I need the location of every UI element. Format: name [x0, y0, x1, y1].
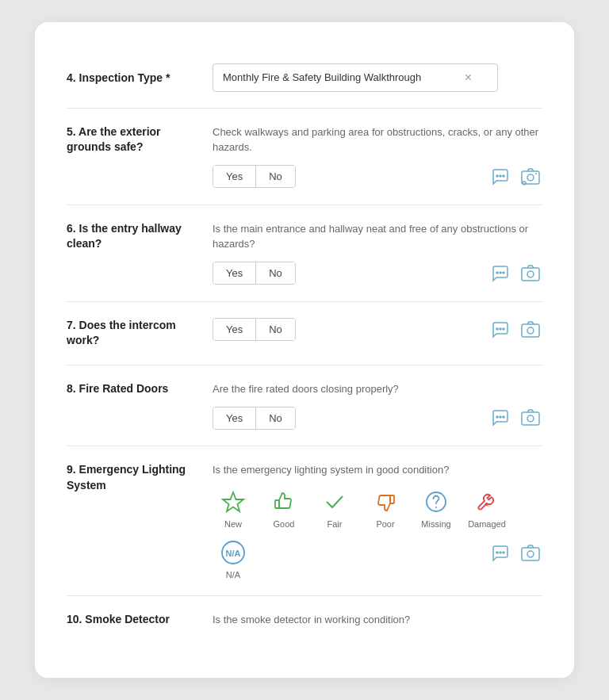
q8-label: 8. Fire Rated Doors — [67, 381, 193, 397]
damaged-wrench-icon — [473, 488, 501, 516]
rating-poor[interactable]: Poor — [365, 488, 406, 529]
svg-rect-23 — [275, 500, 279, 508]
na-label: N/A — [226, 570, 240, 580]
svg-point-16 — [527, 327, 534, 334]
svg-point-30 — [500, 552, 501, 553]
q5-photo-icon[interactable] — [519, 165, 542, 189]
q10-layout: 10. Smoke Detector Is the smoke detector… — [67, 612, 542, 637]
question-8-row: 8. Fire Rated Doors Are the fire rated d… — [67, 365, 542, 447]
missing-label: Missing — [421, 519, 450, 529]
svg-point-14 — [503, 328, 504, 330]
q10-description: Is the smoke detector in working conditi… — [213, 612, 542, 628]
q6-description: Is the main entrance and hallway neat an… — [213, 221, 542, 252]
svg-point-26 — [435, 507, 437, 508]
q8-yes-no: Yes No — [213, 407, 296, 430]
q8-photo-icon[interactable] — [519, 406, 542, 430]
form-card: 4. Inspection Type * Monthly Fire & Safe… — [35, 22, 574, 679]
question-5-row: 5. Are the exterior grounds safe? Check … — [67, 109, 542, 205]
question-10-row: 10. Smoke Detector Is the smoke detector… — [67, 596, 542, 653]
q9-layout: 9. Emergency Lighting System Is the emer… — [67, 462, 542, 580]
q7-answer-row: Yes No — [213, 318, 542, 342]
q6-yes-button[interactable]: Yes — [213, 262, 256, 284]
q8-icons — [488, 406, 542, 430]
svg-point-21 — [527, 415, 534, 422]
svg-point-19 — [503, 416, 504, 418]
q7-layout: 7. Does the intercom work? Yes No — [67, 318, 542, 349]
q5-description: Check walkways and parking area for obst… — [213, 124, 542, 155]
q8-yes-button[interactable]: Yes — [213, 407, 256, 429]
q6-yes-no: Yes No — [213, 262, 296, 285]
q10-label: 10. Smoke Detector — [67, 612, 193, 628]
inspection-type-layout: 4. Inspection Type * Monthly Fire & Safe… — [67, 63, 542, 92]
question-6-row: 6. Is the entry hallway clean? Is the ma… — [67, 205, 542, 302]
q7-yes-button[interactable]: Yes — [213, 319, 256, 340]
q9-icons — [488, 541, 542, 565]
new-label: New — [224, 519, 242, 529]
q8-no-button[interactable]: No — [256, 407, 295, 429]
missing-question-icon — [422, 488, 450, 516]
svg-point-13 — [496, 328, 498, 330]
q10-content: Is the smoke detector in working conditi… — [213, 612, 542, 637]
svg-point-2 — [503, 175, 504, 177]
svg-point-12 — [500, 328, 501, 330]
q6-label: 6. Is the entry hallway clean? — [67, 221, 193, 252]
svg-point-9 — [503, 272, 504, 273]
svg-point-17 — [500, 416, 501, 418]
q9-description: Is the emergency lighting system in good… — [213, 462, 542, 478]
svg-point-32 — [503, 552, 504, 553]
q6-comment-icon[interactable] — [488, 262, 512, 285]
q8-content: Are the fire rated doors closing properl… — [213, 381, 542, 430]
question-7-row: 7. Does the intercom work? Yes No — [67, 302, 542, 365]
svg-point-11 — [527, 271, 534, 277]
clear-icon[interactable]: × — [465, 71, 472, 85]
q9-comment-icon[interactable] — [488, 541, 512, 565]
q5-no-button[interactable]: No — [256, 166, 295, 187]
q5-yes-button[interactable]: Yes — [213, 166, 256, 187]
q7-no-button[interactable]: No — [256, 319, 295, 340]
q5-answer-row: Yes No — [213, 165, 542, 189]
q6-answer-row: Yes No — [213, 262, 542, 285]
svg-point-7 — [500, 272, 501, 273]
poor-label: Poor — [376, 519, 394, 529]
q6-photo-icon[interactable] — [519, 262, 542, 285]
rating-good[interactable]: Good — [263, 488, 304, 529]
q9-rating-row: New Good — [213, 488, 542, 580]
new-star-icon — [219, 488, 247, 516]
q5-icons — [488, 165, 542, 189]
q7-icons — [488, 318, 542, 342]
svg-rect-10 — [522, 268, 539, 281]
q6-no-button[interactable]: No — [256, 262, 295, 284]
q5-layout: 5. Are the exterior grounds safe? Check … — [67, 124, 542, 189]
q6-icons — [488, 262, 542, 285]
svg-point-6 — [523, 182, 526, 185]
rating-damaged[interactable]: Damaged — [466, 488, 508, 529]
good-thumbup-icon — [270, 488, 298, 516]
q8-comment-icon[interactable] — [488, 406, 512, 430]
svg-point-18 — [496, 416, 498, 418]
svg-rect-33 — [522, 548, 539, 560]
svg-text:N/A: N/A — [226, 549, 241, 558]
na-icon: N/A — [219, 538, 247, 567]
svg-rect-20 — [522, 412, 539, 425]
svg-point-4 — [527, 174, 534, 181]
rating-fair[interactable]: Fair — [314, 488, 355, 529]
q9-photo-icon[interactable] — [519, 541, 542, 565]
q8-layout: 8. Fire Rated Doors Are the fire rated d… — [67, 381, 542, 430]
q7-photo-icon[interactable] — [519, 318, 542, 342]
q5-content: Check walkways and parking area for obst… — [213, 124, 542, 189]
damaged-label: Damaged — [468, 519, 506, 529]
q5-comment-icon[interactable] — [488, 165, 512, 189]
q9-content: Is the emergency lighting system in good… — [213, 462, 542, 580]
q7-comment-icon[interactable] — [488, 318, 512, 342]
inspection-type-select[interactable]: Monthly Fire & Safety Building Walkthrou… — [213, 63, 498, 92]
q5-yes-no: Yes No — [213, 165, 296, 188]
rating-na[interactable]: N/A N/A — [213, 538, 254, 580]
svg-marker-22 — [223, 492, 243, 511]
q5-label: 5. Are the exterior grounds safe? — [67, 124, 193, 155]
question-9-row: 9. Emergency Lighting System Is the emer… — [67, 446, 542, 596]
rating-missing[interactable]: Missing — [416, 488, 457, 529]
q6-layout: 6. Is the entry hallway clean? Is the ma… — [67, 221, 542, 285]
rating-new[interactable]: New — [213, 488, 254, 529]
svg-point-34 — [527, 551, 534, 557]
good-label: Good — [274, 519, 295, 529]
